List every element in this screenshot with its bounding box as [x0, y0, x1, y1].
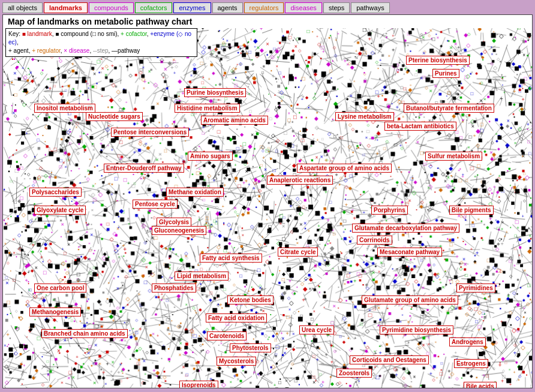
tab-steps[interactable]: steps: [323, 2, 350, 13]
key-step: --step: [93, 47, 109, 54]
key-cofactor: + cofactor: [121, 31, 147, 37]
tab-pathways[interactable]: pathways: [351, 2, 389, 13]
tab-landmarks[interactable]: landmarks: [44, 2, 88, 13]
tab-cofactors[interactable]: cofactors: [135, 2, 173, 13]
tab-enzymes[interactable]: enzymes: [173, 2, 211, 13]
tab-diseases[interactable]: diseases: [285, 2, 321, 13]
tab-regulators[interactable]: regulators: [244, 2, 284, 13]
key-agent: + agent: [8, 47, 29, 54]
tab-compounds[interactable]: compounds: [89, 2, 134, 13]
key-disease: × disease: [64, 47, 89, 54]
map-area: Map of landmarks on metabolic pathway ch…: [2, 14, 533, 388]
tab-all-objects[interactable]: all objects: [2, 2, 43, 13]
tab-agents[interactable]: agents: [212, 2, 243, 13]
background-canvas: [3, 28, 532, 388]
key-pathway: —pathway: [112, 47, 140, 54]
key-landmark: ■ landmark: [22, 31, 52, 37]
tab-bar: all objectslandmarkscompoundscofactorsen…: [2, 2, 533, 13]
key-compound: ■ compound (□ no smi): [55, 31, 117, 37]
key-regulator: + regulator: [32, 47, 61, 54]
main-container: all objectslandmarkscompoundscofactorsen…: [0, 0, 535, 392]
key-box: Key: ■ landmark, ■ compound (□ no smi), …: [5, 28, 197, 57]
